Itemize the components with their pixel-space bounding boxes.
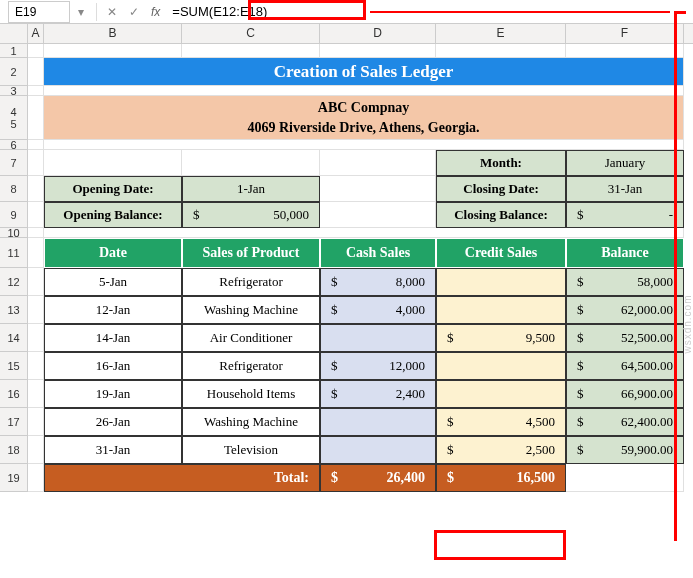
opening-date-value[interactable]: 1-Jan bbox=[182, 176, 320, 202]
closing-date-value[interactable]: 31-Jan bbox=[566, 176, 684, 202]
col-header-F[interactable]: F bbox=[566, 24, 684, 43]
col-header-B[interactable]: B bbox=[44, 24, 182, 43]
cell-cash[interactable]: $4,000 bbox=[320, 296, 436, 324]
cell[interactable] bbox=[28, 150, 44, 176]
total-credit[interactable]: $16,500 bbox=[436, 464, 566, 492]
cell-credit[interactable] bbox=[436, 380, 566, 408]
cell[interactable] bbox=[28, 268, 44, 296]
col-header-C[interactable]: C bbox=[182, 24, 320, 43]
cell-balance[interactable]: $66,900.00 bbox=[566, 380, 684, 408]
cell[interactable] bbox=[28, 352, 44, 380]
row-header-2[interactable]: 2 bbox=[0, 58, 28, 86]
cell-product[interactable]: Air Conditioner bbox=[182, 324, 320, 352]
cell-product[interactable]: Television bbox=[182, 436, 320, 464]
cell-date[interactable]: 19-Jan bbox=[44, 380, 182, 408]
cell-product[interactable]: Refrigerator bbox=[182, 352, 320, 380]
name-box-dropdown-icon[interactable]: ▾ bbox=[70, 5, 92, 19]
opening-date-label[interactable]: Opening Date: bbox=[44, 176, 182, 202]
month-value[interactable]: January bbox=[566, 150, 684, 176]
row-header[interactable]: 12 bbox=[0, 268, 28, 296]
cell-date[interactable]: 12-Jan bbox=[44, 296, 182, 324]
row-header-1[interactable]: 1 bbox=[0, 44, 28, 58]
cell[interactable] bbox=[44, 228, 684, 238]
cell-cash[interactable] bbox=[320, 324, 436, 352]
cell[interactable] bbox=[182, 44, 320, 58]
cell-product[interactable]: Washing Machine bbox=[182, 408, 320, 436]
closing-balance-value[interactable]: $- bbox=[566, 202, 684, 228]
cell[interactable] bbox=[320, 202, 436, 228]
cell[interactable] bbox=[28, 436, 44, 464]
cell[interactable] bbox=[28, 202, 44, 228]
cell-date[interactable]: 31-Jan bbox=[44, 436, 182, 464]
cell-balance[interactable]: $58,000 bbox=[566, 268, 684, 296]
closing-balance-label[interactable]: Closing Balance: bbox=[436, 202, 566, 228]
col-header-E[interactable]: E bbox=[436, 24, 566, 43]
cell[interactable] bbox=[44, 44, 182, 58]
cell-cash[interactable]: $8,000 bbox=[320, 268, 436, 296]
cell-cash[interactable]: $2,400 bbox=[320, 380, 436, 408]
row-header-4-5[interactable]: 45 bbox=[0, 96, 28, 140]
cell[interactable] bbox=[28, 238, 44, 268]
cell[interactable] bbox=[320, 176, 436, 202]
row-header[interactable]: 17 bbox=[0, 408, 28, 436]
fx-icon[interactable]: fx bbox=[151, 5, 160, 19]
cell-balance[interactable]: $64,500.00 bbox=[566, 352, 684, 380]
cell-product[interactable]: Household Items bbox=[182, 380, 320, 408]
row-header[interactable]: 15 bbox=[0, 352, 28, 380]
row-header-9[interactable]: 9 bbox=[0, 202, 28, 228]
cell-date[interactable]: 14-Jan bbox=[44, 324, 182, 352]
cell[interactable] bbox=[44, 86, 684, 96]
cell[interactable] bbox=[320, 44, 436, 58]
total-cash[interactable]: $26,400 bbox=[320, 464, 436, 492]
row-header-19[interactable]: 19 bbox=[0, 464, 28, 492]
cell[interactable] bbox=[44, 150, 182, 176]
cell[interactable] bbox=[28, 58, 44, 86]
cell-credit[interactable]: $9,500 bbox=[436, 324, 566, 352]
closing-date-label[interactable]: Closing Date: bbox=[436, 176, 566, 202]
cell[interactable] bbox=[28, 96, 44, 140]
cancel-icon[interactable]: ✕ bbox=[101, 5, 123, 19]
cell-credit[interactable] bbox=[436, 296, 566, 324]
cell[interactable] bbox=[566, 44, 684, 58]
row-header[interactable]: 13 bbox=[0, 296, 28, 324]
select-all-corner[interactable] bbox=[0, 24, 28, 43]
cell[interactable] bbox=[28, 44, 44, 58]
row-header[interactable]: 18 bbox=[0, 436, 28, 464]
row-header-7[interactable]: 7 bbox=[0, 150, 28, 176]
cell[interactable] bbox=[44, 140, 684, 150]
cell-cash[interactable] bbox=[320, 408, 436, 436]
cell-date[interactable]: 5-Jan bbox=[44, 268, 182, 296]
cell-balance[interactable]: $52,500.00 bbox=[566, 324, 684, 352]
formula-input[interactable] bbox=[166, 1, 693, 23]
cell-cash[interactable]: $12,000 bbox=[320, 352, 436, 380]
cell-credit[interactable]: $2,500 bbox=[436, 436, 566, 464]
col-header-D[interactable]: D bbox=[320, 24, 436, 43]
cell[interactable] bbox=[28, 86, 44, 96]
row-header[interactable]: 14 bbox=[0, 324, 28, 352]
month-label[interactable]: Month: bbox=[436, 150, 566, 176]
cell-balance[interactable]: $62,000.00 bbox=[566, 296, 684, 324]
opening-balance-label[interactable]: Opening Balance: bbox=[44, 202, 182, 228]
row-header-3[interactable]: 3 bbox=[0, 86, 28, 96]
th-date[interactable]: Date bbox=[44, 238, 182, 268]
cell-balance[interactable]: $62,400.00 bbox=[566, 408, 684, 436]
th-product[interactable]: Sales of Product bbox=[182, 238, 320, 268]
cell-cash[interactable] bbox=[320, 436, 436, 464]
row-header-10[interactable]: 10 bbox=[0, 228, 28, 238]
cell[interactable] bbox=[28, 140, 44, 150]
cell[interactable] bbox=[28, 296, 44, 324]
row-header-8[interactable]: 8 bbox=[0, 176, 28, 202]
cell[interactable] bbox=[566, 464, 684, 492]
cell[interactable] bbox=[436, 44, 566, 58]
title-cell[interactable]: Creation of Sales Ledger bbox=[44, 58, 684, 86]
cell[interactable] bbox=[320, 150, 436, 176]
th-balance[interactable]: Balance bbox=[566, 238, 684, 268]
cell-date[interactable]: 26-Jan bbox=[44, 408, 182, 436]
company-cell[interactable]: ABC Compnay4069 Riverside Drive, Athens,… bbox=[44, 96, 684, 140]
row-header[interactable]: 16 bbox=[0, 380, 28, 408]
th-credit[interactable]: Credit Sales bbox=[436, 238, 566, 268]
cell-credit[interactable]: $4,500 bbox=[436, 408, 566, 436]
cell[interactable] bbox=[28, 408, 44, 436]
total-label[interactable]: Total: bbox=[44, 464, 320, 492]
cell-product[interactable]: Washing Machine bbox=[182, 296, 320, 324]
